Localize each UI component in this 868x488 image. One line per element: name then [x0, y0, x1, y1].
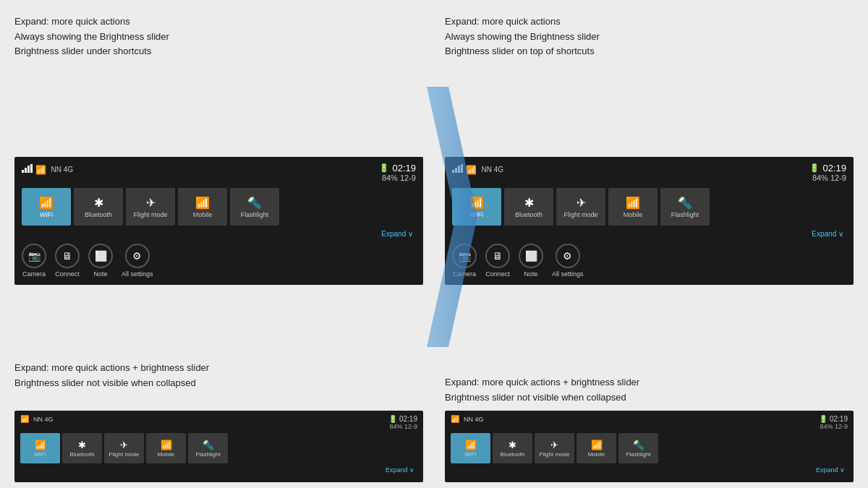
- panel-4-tiles: 📶 WiFi ✱ Bluetooth ✈ Flight mode 📶 Mobil…: [451, 433, 848, 463]
- flight-mode-tile-icon-4: ✈: [550, 440, 558, 450]
- expand-button-2[interactable]: Expand ∨: [452, 230, 846, 238]
- bluetooth-tile[interactable]: ✱ Bluetooth: [74, 188, 123, 226]
- connect-shortcut-2[interactable]: 🖥 Connect: [485, 244, 510, 278]
- wifi-tile-4[interactable]: 📶 WiFi: [451, 433, 490, 463]
- panel-2: 📶 NN 4G 🔋 02:19 84% 12-9: [445, 157, 854, 376]
- action-center-panel-1: 📶 NN 4G 🔋 02:19 84% 12-9: [14, 157, 423, 285]
- all-settings-shortcut[interactable]: ⚙ All settings: [122, 244, 153, 278]
- wifi-tile[interactable]: 📶 WiFi: [22, 188, 71, 226]
- action-center-panel-4: 📶 NN 4G 🔋 02:19 84% 12-9 📶 WiFi: [445, 411, 854, 482]
- flashlight-tile-icon-4: 🔦: [633, 440, 644, 450]
- action-center-panel-3: 📶 NN 4G 🔋 02:19 84% 12-9 📶 WiFi: [14, 411, 423, 482]
- svg-marker-0: [427, 87, 477, 347]
- top-right-desc: Expand: more quick actions Always showin…: [445, 14, 854, 150]
- wifi-tile-icon: 📶: [39, 196, 54, 210]
- bluetooth-tile-icon-2: ✱: [524, 196, 534, 210]
- mobile-tile-icon-4: 📶: [591, 440, 603, 450]
- wifi-icon-3: 📶: [20, 415, 29, 423]
- bluetooth-tile-icon-3: ✱: [78, 440, 86, 450]
- flashlight-tile-4[interactable]: 🔦 Flashlight: [618, 433, 658, 463]
- connect-shortcut-icon-2: 🖥: [485, 244, 510, 268]
- panel-1-header: 📶 NN 4G 🔋 02:19 84% 12-9: [22, 163, 416, 182]
- flight-mode-tile-2[interactable]: ✈ Flight mode: [556, 188, 605, 226]
- mobile-tile-3[interactable]: 📶 Mobile: [146, 433, 186, 463]
- panel-1: 📶 NN 4G 🔋 02:19 84% 12-9: [14, 157, 423, 376]
- action-center-panel-2: 📶 NN 4G 🔋 02:19 84% 12-9: [445, 157, 854, 285]
- wifi-tile-icon-4: 📶: [465, 440, 477, 450]
- panel-3-network: 📶 NN 4G: [20, 415, 54, 423]
- settings-shortcut-icon-2: ⚙: [556, 244, 580, 268]
- bluetooth-tile-3[interactable]: ✱ Bluetooth: [62, 433, 102, 463]
- panel-1-shortcuts: 📷 Camera 🖥 Connect ⬜ Note ⚙ All settings: [22, 244, 416, 278]
- flashlight-tile-2[interactable]: 🔦 Flashlight: [660, 188, 710, 226]
- flashlight-tile-icon-3: 🔦: [203, 440, 214, 450]
- battery-icon: 🔋: [379, 163, 389, 173]
- panel-1-tiles: 📶 WiFi ✱ Bluetooth ✈ Flight mode 📶 Mobil…: [22, 188, 416, 226]
- arrow-overlay: [427, 87, 477, 347]
- panel-2-header: 📶 NN 4G 🔋 02:19 84% 12-9: [452, 163, 846, 182]
- top-left-desc: Expand: more quick actions Always showin…: [14, 14, 423, 150]
- wifi-icon-4: 📶: [451, 415, 459, 423]
- panel-3-time: 🔋 02:19 84% 12-9: [388, 415, 417, 430]
- connect-shortcut[interactable]: 🖥 Connect: [55, 244, 80, 278]
- note-shortcut-icon-2: ⬜: [519, 244, 543, 268]
- battery-icon-4: 🔋: [819, 415, 827, 423]
- battery-icon-2: 🔋: [809, 163, 820, 173]
- flashlight-tile-icon: 🔦: [247, 196, 262, 210]
- top-right-description: Expand: more quick actions Always showin…: [445, 14, 854, 59]
- bluetooth-tile-2[interactable]: ✱ Bluetooth: [504, 188, 553, 226]
- panel-3-container: 📶 NN 4G 🔋 02:19 84% 12-9 📶 WiFi: [14, 411, 423, 482]
- flight-mode-tile-icon: ✈: [146, 196, 156, 210]
- panel-3-tiles: 📶 WiFi ✱ Bluetooth ✈ Flight mode 📶 Mobil…: [20, 433, 417, 463]
- mobile-tile-icon: 📶: [195, 196, 210, 210]
- panel-2-time-info: 🔋 02:19 84% 12-9: [809, 163, 846, 182]
- expand-button-4[interactable]: Expand ∨: [451, 466, 848, 474]
- panel-2-tiles: 📶 WiFi ✱ Bluetooth ✈ Flight mode 📶 Mobil…: [452, 188, 846, 226]
- mobile-tile-icon-3: 📶: [161, 440, 172, 450]
- mobile-tile-icon-2: 📶: [626, 196, 640, 210]
- panel-3-header: 📶 NN 4G 🔋 02:19 84% 12-9: [20, 415, 417, 430]
- all-settings-shortcut-2[interactable]: ⚙ All settings: [552, 244, 584, 278]
- panel-2-shortcuts: 📷 Camera 🖥 Connect ⬜ Note ⚙ All settings: [452, 244, 846, 278]
- bottom-right-desc: Expand: more quick actions + brightness …: [445, 361, 854, 405]
- signal-icon: [22, 164, 33, 173]
- camera-shortcut-icon: 📷: [22, 244, 46, 268]
- settings-shortcut-icon: ⚙: [125, 244, 150, 268]
- mobile-tile[interactable]: 📶 Mobile: [178, 188, 227, 226]
- flight-mode-tile-3[interactable]: ✈ Flight mode: [104, 433, 144, 463]
- panel-4-network: 📶 NN 4G: [451, 415, 484, 423]
- connect-shortcut-icon: 🖥: [55, 244, 80, 268]
- camera-shortcut[interactable]: 📷 Camera: [22, 244, 46, 278]
- note-shortcut[interactable]: ⬜ Note: [88, 244, 113, 278]
- mobile-tile-4[interactable]: 📶 Mobile: [576, 433, 616, 463]
- flight-mode-tile-4[interactable]: ✈ Flight mode: [535, 433, 574, 463]
- wifi-tile-icon-3: 📶: [35, 440, 46, 450]
- flashlight-tile-3[interactable]: 🔦 Flashlight: [188, 433, 228, 463]
- bluetooth-tile-icon: ✱: [94, 196, 103, 210]
- flight-mode-tile-icon-2: ✈: [576, 196, 586, 210]
- bluetooth-tile-icon-4: ✱: [509, 440, 516, 450]
- flight-mode-tile-icon-3: ✈: [120, 440, 128, 450]
- panel-1-network-info: 📶 NN 4G: [22, 163, 73, 176]
- expand-button-1[interactable]: Expand ∨: [22, 230, 416, 238]
- note-shortcut-2[interactable]: ⬜ Note: [519, 244, 543, 278]
- panel-4-header: 📶 NN 4G 🔋 02:19 84% 12-9: [451, 415, 848, 430]
- expand-button-3[interactable]: Expand ∨: [20, 466, 417, 474]
- mobile-tile-2[interactable]: 📶 Mobile: [608, 188, 658, 226]
- flashlight-tile-icon-2: 🔦: [678, 196, 692, 210]
- wifi-tile-3[interactable]: 📶 WiFi: [20, 433, 60, 463]
- flashlight-tile[interactable]: 🔦 Flashlight: [230, 188, 279, 226]
- bluetooth-tile-4[interactable]: ✱ Bluetooth: [493, 433, 532, 463]
- flight-mode-tile[interactable]: ✈ Flight mode: [126, 188, 175, 226]
- wifi-icon: 📶: [35, 165, 46, 175]
- panel-1-time-info: 🔋 02:19 84% 12-9: [379, 163, 416, 182]
- top-left-description: Expand: more quick actions Always showin…: [14, 14, 423, 59]
- bottom-left-desc: Expand: more quick actions + brightness …: [14, 361, 423, 405]
- panel-4-time: 🔋 02:19 84% 12-9: [819, 415, 848, 430]
- battery-icon-3: 🔋: [388, 415, 397, 423]
- note-shortcut-icon: ⬜: [88, 244, 113, 268]
- panel-4-container: 📶 NN 4G 🔋 02:19 84% 12-9 📶 WiFi: [445, 411, 854, 482]
